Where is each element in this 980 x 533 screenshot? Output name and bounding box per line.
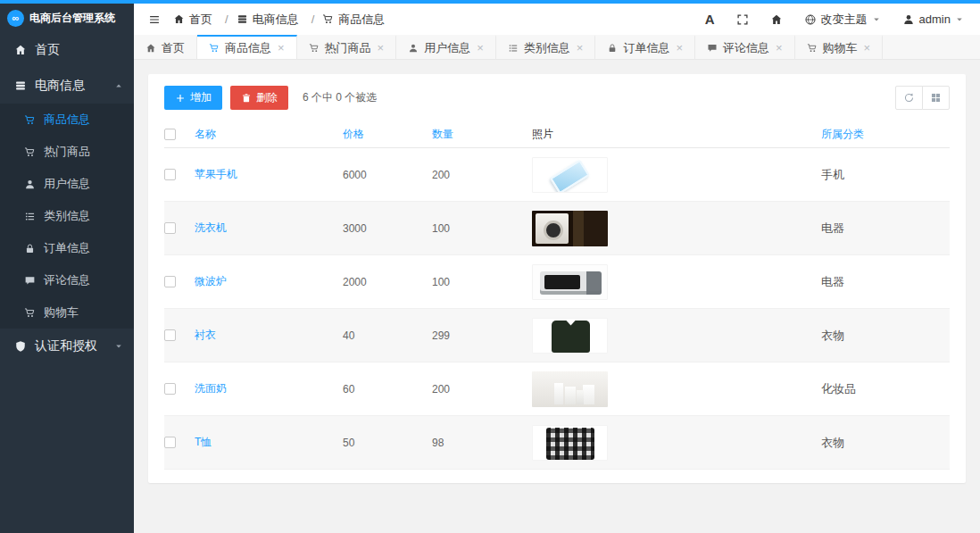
layers-icon	[237, 13, 248, 25]
sidebar-group-label: 电商信息	[35, 78, 85, 94]
row-checkbox[interactable]	[164, 222, 176, 234]
product-price: 40	[343, 329, 432, 342]
comment-icon	[707, 43, 718, 54]
tab[interactable]: 类别信息 ×	[496, 35, 596, 59]
sidebar-subitem[interactable]: 热门商品	[0, 136, 134, 168]
sidebar-subitem[interactable]: 评论信息	[0, 264, 134, 296]
product-name-link[interactable]: 衬衣	[195, 328, 343, 343]
font-size-button[interactable]: A	[705, 12, 715, 27]
delete-button[interactable]: 删除	[230, 86, 288, 110]
sidebar-subitem[interactable]: 用户信息	[0, 168, 134, 200]
tab[interactable]: 评论信息 ×	[695, 35, 795, 59]
breadcrumb-item[interactable]: 商品信息	[322, 12, 385, 28]
product-name-link[interactable]: 微波炉	[195, 274, 343, 289]
table-row: 洗衣机 3000 100 电器	[164, 202, 950, 255]
close-icon[interactable]: ×	[676, 42, 683, 54]
breadcrumb-label: 首页	[189, 12, 212, 28]
row-checkbox[interactable]	[164, 276, 176, 287]
tab[interactable]: 购物车 ×	[795, 35, 884, 59]
select-all-checkbox[interactable]	[164, 129, 176, 140]
product-category: 衣物	[821, 435, 950, 451]
chevron-down-icon	[955, 15, 964, 24]
tab[interactable]: 订单信息 ×	[595, 35, 695, 59]
sidebar-item-label: 首页	[35, 42, 60, 58]
topbar: 首页 电商信息 商品信息 A	[134, 4, 980, 35]
home-icon	[145, 43, 156, 54]
content-card: 增加 删除 6 个中 0 个被选	[148, 74, 966, 483]
tab-label: 用户信息	[424, 40, 470, 56]
sidebar-group-label: 认证和授权	[35, 338, 97, 354]
breadcrumb-item[interactable]: 首页	[173, 12, 237, 28]
add-button-label: 增加	[190, 90, 212, 105]
product-qty: 200	[432, 383, 532, 396]
app-logo: ∞ 电商后台管理系统	[0, 4, 134, 32]
close-icon[interactable]: ×	[577, 42, 584, 54]
layers-icon	[14, 79, 27, 92]
column-header-qty[interactable]: 数量	[432, 127, 532, 142]
home-icon	[173, 13, 185, 25]
sidebar-subitem[interactable]: 订单信息	[0, 232, 134, 264]
product-name-link[interactable]: 洗面奶	[195, 381, 343, 396]
user-menu[interactable]: admin	[902, 12, 964, 26]
menu-toggle-button[interactable]	[148, 13, 161, 26]
tab[interactable]: 用户信息 ×	[396, 35, 496, 59]
fullscreen-icon	[736, 13, 749, 26]
product-name-link[interactable]: 洗衣机	[195, 221, 343, 236]
product-photo	[532, 318, 608, 354]
product-photo	[532, 211, 608, 246]
close-icon[interactable]: ×	[776, 42, 783, 54]
content-area: 增加 删除 6 个中 0 个被选	[134, 60, 980, 533]
globe-icon	[804, 13, 817, 26]
product-name-link[interactable]: T恤	[195, 435, 343, 450]
tab[interactable]: 首页	[134, 35, 197, 59]
table-row: T恤 50 98 衣物	[164, 416, 950, 470]
column-header-name[interactable]: 名称	[195, 127, 343, 142]
logo-icon: ∞	[7, 10, 24, 27]
hamburger-icon	[148, 13, 161, 26]
home-button[interactable]	[770, 13, 783, 26]
product-name-link[interactable]: 苹果手机	[195, 167, 343, 182]
tab[interactable]: 热门商品 ×	[297, 35, 397, 59]
sidebar-subitem-label: 类别信息	[44, 208, 90, 224]
columns-button[interactable]	[922, 86, 950, 110]
sidebar-group-auth[interactable]: 认证和授权	[0, 329, 134, 364]
grid-icon	[930, 92, 942, 104]
column-header-photo: 照片	[532, 127, 821, 142]
sidebar-item-home[interactable]: 首页	[0, 32, 134, 68]
close-icon[interactable]: ×	[278, 42, 285, 54]
plus-icon	[175, 93, 186, 104]
cart-icon	[209, 43, 220, 54]
add-button[interactable]: 增加	[164, 86, 222, 110]
tab-bar: 首页 商品信息 × 热门商品 × 用户信息	[134, 35, 980, 60]
row-checkbox[interactable]	[164, 329, 176, 341]
sidebar-group-ecommerce[interactable]: 电商信息	[0, 68, 134, 104]
table-tools	[895, 86, 950, 110]
delete-button-label: 删除	[256, 90, 278, 105]
app-title: 电商后台管理系统	[29, 11, 115, 26]
close-icon[interactable]: ×	[378, 42, 385, 54]
product-qty: 100	[432, 222, 532, 235]
sidebar-subitem[interactable]: 类别信息	[0, 200, 134, 232]
product-photo	[532, 371, 608, 407]
row-checkbox[interactable]	[164, 383, 176, 395]
close-icon[interactable]: ×	[864, 42, 871, 54]
breadcrumb-item[interactable]: 电商信息	[237, 12, 323, 28]
column-header-price[interactable]: 价格	[343, 127, 432, 142]
product-price: 3000	[343, 222, 432, 235]
close-icon[interactable]: ×	[477, 42, 484, 54]
product-qty: 299	[432, 329, 532, 342]
refresh-button[interactable]	[895, 86, 923, 110]
sidebar-subitem[interactable]: 购物车	[0, 296, 134, 329]
fullscreen-button[interactable]	[736, 13, 749, 26]
sidebar-subitem-label: 热门商品	[44, 144, 90, 160]
change-theme-menu[interactable]: 改变主题	[804, 12, 881, 28]
table-row: 微波炉 2000 100 电器	[164, 255, 950, 309]
column-header-category[interactable]: 所属分类	[821, 127, 950, 142]
row-checkbox[interactable]	[164, 437, 176, 448]
chevron-up-icon	[114, 81, 123, 90]
cart-icon	[807, 43, 818, 54]
sidebar-subitem[interactable]: 商品信息	[0, 104, 134, 136]
row-checkbox[interactable]	[164, 169, 176, 180]
tab-label: 热门商品	[325, 40, 371, 56]
tab[interactable]: 商品信息 ×	[197, 35, 297, 59]
